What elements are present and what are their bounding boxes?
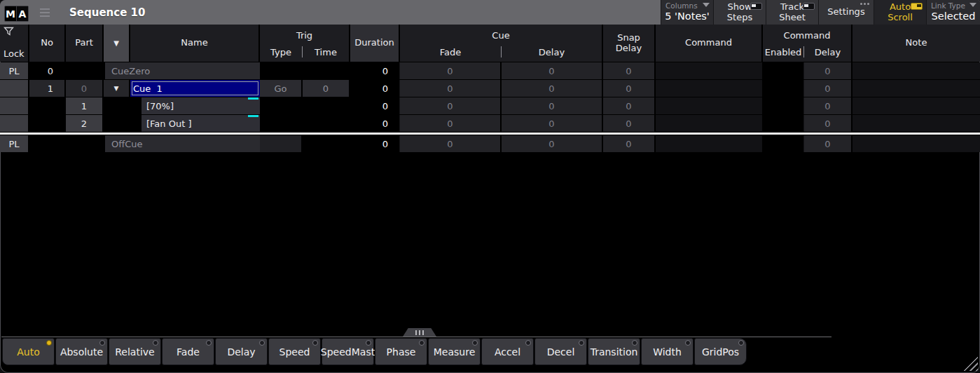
cell-part[interactable] — [66, 135, 104, 152]
cell-cmd-enabled[interactable] — [763, 80, 804, 97]
cell-cmd-enabled[interactable] — [763, 135, 804, 152]
ma-logo[interactable]: M A — [4, 6, 29, 22]
cell-fade[interactable]: 0 — [400, 135, 502, 152]
encoder-button-delay[interactable]: Delay — [215, 338, 268, 365]
encoder-button-gridpos[interactable]: GridPos — [694, 338, 747, 365]
cell-cmd-enabled[interactable] — [763, 62, 804, 79]
cell-trig-time[interactable] — [303, 62, 350, 79]
cell-trig-time[interactable] — [303, 97, 350, 114]
cell-fade[interactable]: 0 — [400, 97, 502, 114]
cell-delay[interactable]: 0 — [502, 62, 603, 79]
cell-part[interactable] — [66, 62, 104, 79]
cell-name[interactable]: CueZero — [104, 62, 260, 79]
cell-name[interactable]: [Fan Out ] — [142, 115, 260, 132]
cell-trig-time[interactable]: 0 — [303, 80, 350, 97]
cell-no[interactable] — [29, 115, 66, 132]
column-header-trig-type[interactable]: Type — [260, 47, 302, 57]
cell-snap-delay[interactable]: 0 — [603, 80, 656, 97]
column-header-trig[interactable]: Trig Type Time — [260, 25, 350, 62]
cell-snap-delay[interactable]: 0 — [603, 97, 656, 114]
resize-grip-icon[interactable] — [960, 353, 978, 371]
cell-trig-time[interactable] — [303, 135, 350, 152]
encoder-button-speed[interactable]: Speed — [268, 338, 321, 365]
column-header-cmd-enabled[interactable]: Enabled — [763, 47, 803, 57]
cell-note[interactable] — [853, 62, 980, 79]
cell-lock[interactable] — [0, 80, 29, 97]
cell-command[interactable] — [656, 97, 763, 114]
cell-delay[interactable]: 0 — [502, 135, 603, 152]
cell-cmd-enabled[interactable] — [763, 97, 804, 114]
cell-fade[interactable]: 0 — [400, 62, 502, 79]
encoder-button-speedmast[interactable]: SpeedMast — [322, 338, 374, 365]
cell-no[interactable] — [29, 135, 66, 152]
cell-snap-delay[interactable]: 0 — [603, 135, 656, 152]
encoder-button-transition[interactable]: Transition — [588, 338, 640, 365]
encoder-button-absolute[interactable]: Absolute — [55, 338, 108, 365]
column-header-cue-fade[interactable]: Fade — [400, 47, 501, 57]
cell-cmd-delay[interactable]: 0 — [804, 115, 853, 132]
cell-name[interactable]: [70%] — [142, 97, 260, 114]
encoder-button-width[interactable]: Width — [641, 338, 693, 365]
cell-note[interactable] — [853, 80, 980, 97]
cell-fade[interactable]: 0 — [400, 80, 502, 97]
cell-name[interactable]: OffCue — [104, 135, 260, 152]
cell-snap-delay[interactable]: 0 — [603, 62, 656, 79]
column-header-collapse[interactable]: ▼ — [104, 25, 130, 62]
cell-command[interactable] — [656, 80, 763, 97]
cell-command[interactable] — [656, 62, 763, 79]
cell-cmd-delay[interactable]: 0 — [804, 97, 853, 114]
cell-trig-type[interactable] — [260, 97, 303, 114]
cell-snap-delay[interactable]: 0 — [603, 115, 656, 132]
cell-part[interactable]: 2 — [66, 115, 104, 132]
column-header-name[interactable]: Name — [130, 25, 260, 62]
cell-fade[interactable]: 0 — [400, 115, 502, 132]
column-header-cue-delay[interactable]: Delay — [502, 47, 602, 57]
cell-duration[interactable]: 0 — [350, 80, 400, 97]
column-header-part[interactable]: Part — [66, 25, 104, 62]
cell-part[interactable]: 1 — [66, 97, 104, 114]
cell-trig-type[interactable] — [260, 115, 303, 132]
show-steps-button[interactable]: Show Steps — [713, 0, 766, 25]
cell-no[interactable]: 1 — [29, 80, 66, 97]
cell-delay[interactable]: 0 — [502, 115, 603, 132]
cell-trig-type[interactable] — [260, 135, 303, 152]
cell-note[interactable] — [853, 135, 980, 152]
columns-select[interactable]: Columns 5 'Notes' — [661, 0, 713, 25]
cell-lock[interactable] — [0, 115, 29, 132]
collapse-toggle[interactable]: ▼ — [104, 80, 130, 97]
cell-delay[interactable]: 0 — [502, 80, 603, 97]
cell-cmd-enabled[interactable] — [763, 115, 804, 132]
cell-duration[interactable]: 0 — [350, 97, 400, 114]
encoder-button-decel[interactable]: Decel — [534, 338, 587, 365]
cell-no[interactable] — [29, 97, 66, 114]
cell-trig-time[interactable] — [303, 115, 350, 132]
link-type-select[interactable]: Link Type Selected — [926, 0, 980, 25]
cell-lock[interactable]: PL — [0, 135, 29, 152]
column-header-duration[interactable]: Duration — [350, 25, 400, 62]
encoder-button-relative[interactable]: Relative — [109, 338, 161, 365]
cell-cmd-delay[interactable]: 0 — [804, 62, 853, 79]
column-header-no[interactable]: No — [29, 25, 66, 62]
column-header-trig-time[interactable]: Time — [303, 47, 349, 57]
cell-duration[interactable]: 0 — [350, 62, 400, 79]
auto-scroll-button[interactable]: Auto Scroll — [874, 0, 926, 25]
menu-icon[interactable] — [40, 8, 50, 17]
drag-handle[interactable] — [403, 328, 436, 337]
cell-trig-type[interactable]: Go — [260, 80, 303, 97]
column-header-cue[interactable]: Cue Fade Delay — [400, 25, 603, 62]
cell-command[interactable] — [656, 135, 763, 152]
encoder-button-phase[interactable]: Phase — [375, 338, 427, 365]
cell-delay[interactable]: 0 — [502, 97, 603, 114]
cell-no[interactable]: 0 — [29, 62, 66, 79]
cell-cmd-delay[interactable]: 0 — [804, 80, 853, 97]
encoder-button-fade[interactable]: Fade — [162, 338, 214, 365]
cell-command[interactable] — [656, 115, 763, 132]
cell-lock[interactable]: PL — [0, 62, 29, 79]
encoder-button-auto[interactable]: Auto — [2, 338, 55, 365]
encoder-button-measure[interactable]: Measure — [428, 338, 481, 365]
cell-cmd-delay[interactable]: 0 — [804, 135, 853, 152]
track-sheet-button[interactable]: Track Sheet — [766, 0, 818, 25]
cell-name-selected[interactable]: Cue 1 — [130, 80, 260, 97]
cell-note[interactable] — [853, 97, 980, 114]
column-header-cmd-delay[interactable]: Delay — [804, 47, 851, 57]
